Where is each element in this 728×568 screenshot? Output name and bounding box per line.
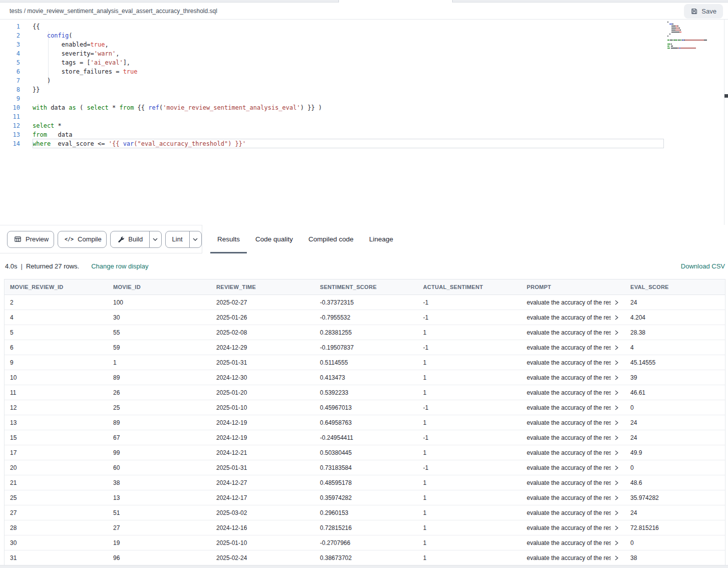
table-cell: 35.974282 [625,494,725,501]
table-cell: 2024-12-27 [211,479,314,486]
line-number: 7 [0,76,20,85]
table-cell: 0.413473 [314,374,418,381]
column-header: PROMPT [521,284,625,290]
line-number: 2 [0,31,20,40]
code-line[interactable]: 7 ) [0,76,728,85]
code-line[interactable]: 2 config( [0,31,728,40]
code-line[interactable]: 8}} [0,85,728,94]
code-line[interactable]: 4 severity='warn', [0,49,728,58]
expand-cell-chevron-icon[interactable] [614,330,619,335]
code-line[interactable]: 11 [0,112,728,121]
toolbar-buttons: Preview </> Compile Build [0,225,202,253]
change-row-display-link[interactable]: Change row display [91,262,148,270]
compile-button[interactable]: </> Compile [58,231,107,248]
code-line[interactable]: 12select * [0,121,728,130]
line-number: 3 [0,40,20,49]
table-cell: 2024-12-19 [211,434,314,441]
expand-cell-chevron-icon[interactable] [614,495,619,500]
code-line[interactable]: 14where eval_score <= '{{ var("eval_accu… [0,139,728,148]
rows-returned: Returned 27 rows. [26,262,79,270]
expand-cell-chevron-icon[interactable] [614,345,619,350]
code-line[interactable]: 6 store_failures = true [0,67,728,76]
table-cell: 2024-12-29 [211,344,314,351]
tab-code-quality[interactable]: Code quality [255,225,293,253]
minimap-line [667,47,722,49]
table-cell: 9 [5,359,108,366]
table-cell: 1 [418,479,521,486]
table-row: 13892024-12-190.649587631evaluate the ac… [5,415,725,430]
code-line-text: enabled=true, [33,40,109,49]
table-cell: 96 [108,554,211,561]
expand-cell-chevron-icon[interactable] [614,300,619,305]
code-line[interactable]: 9 [0,94,728,103]
tab-lineage[interactable]: Lineage [369,225,393,253]
code-line[interactable]: 13from data [0,130,728,139]
breadcrumb[interactable]: tests / movie_review_sentiment_analysis_… [10,3,217,20]
lint-button: Lint [165,231,202,248]
code-editor[interactable]: 1{{2 config(3 enabled=true,4 severity='w… [0,20,728,225]
line-number: 13 [0,130,20,139]
table-cell: 28.38 [625,329,725,336]
code-line[interactable]: 5 tags = ['ai_eval'], [0,58,728,67]
table-cell: evaluate the accuracy of the res... [521,329,625,336]
expand-cell-chevron-icon[interactable] [614,405,619,410]
save-button[interactable]: Save [684,4,723,19]
expand-cell-chevron-icon[interactable] [614,510,619,515]
table-cell: -1 [418,434,521,441]
compile-button-main[interactable]: </> Compile [58,231,107,247]
expand-cell-chevron-icon[interactable] [614,375,619,380]
table-cell: evaluate the accuracy of the res... [521,299,625,306]
preview-button-main[interactable]: Preview [8,231,54,247]
lint-dropdown-toggle[interactable] [189,231,201,247]
table-row: 25132024-12-170.359742821evaluate the ac… [5,490,725,505]
expand-cell-chevron-icon[interactable] [614,555,619,560]
table-cell: 99 [108,449,211,456]
table-cell: 89 [108,419,211,426]
expand-cell-chevron-icon[interactable] [614,480,619,485]
results-status-bar: 4.0s | Returned 27 rows. Change row disp… [0,253,728,279]
preview-button[interactable]: Preview [7,231,54,248]
build-dropdown-toggle[interactable] [149,231,161,247]
table-cell: evaluate the accuracy of the res... [521,494,625,501]
table-cell: 2025-02-08 [211,329,314,336]
download-csv-link[interactable]: Download CSV [681,262,725,270]
table-cell: 45.14555 [625,359,725,366]
tab-results[interactable]: Results [217,225,240,253]
table-cell: 0.48595178 [314,479,418,486]
table-cell: 2025-01-20 [211,389,314,396]
expand-cell-chevron-icon[interactable] [614,315,619,320]
expand-cell-chevron-icon[interactable] [614,435,619,440]
expand-cell-chevron-icon[interactable] [614,450,619,455]
editor-minimap[interactable] [667,21,722,49]
editor-scrollbar-thumb[interactable] [724,94,728,98]
expand-cell-chevron-icon[interactable] [614,420,619,425]
expand-cell-chevron-icon[interactable] [614,525,619,530]
table-cell: 0.45967013 [314,404,418,411]
table-row: 5552025-02-080.283812551evaluate the acc… [5,325,725,340]
lint-button-main[interactable]: Lint [166,231,189,247]
table-cell: 5 [5,329,108,336]
tab-compiled-code[interactable]: Compiled code [308,225,353,253]
expand-cell-chevron-icon[interactable] [614,540,619,545]
expand-cell-chevron-icon[interactable] [614,360,619,365]
build-button-main[interactable]: Build [111,231,149,247]
code-line[interactable]: 3 enabled=true, [0,40,728,49]
table-cell: 0.28381255 [314,329,418,336]
code-line-text: severity='warn', [33,49,119,58]
table-cell: 38 [108,479,211,486]
expand-cell-chevron-icon[interactable] [614,390,619,395]
expand-cell-chevron-icon[interactable] [614,465,619,470]
horizontal-scrollbar-track [0,565,728,568]
prompt-cell-text: evaluate the accuracy of the res... [527,404,611,411]
code-line[interactable]: 10with data as ( select * from {{ ref('m… [0,103,728,112]
code-line-text: ) [33,76,51,85]
line-number: 4 [0,49,20,58]
table-cell: 49.9 [625,449,725,456]
table-cell: 12 [5,404,108,411]
code-line[interactable]: 1{{ [0,22,728,31]
wrench-icon [117,236,124,243]
tab-label: Code quality [255,235,293,243]
code-line-text: from data [33,130,72,139]
code-line-text: tags = ['ai_eval'], [33,58,130,67]
table-cell: 2024-12-21 [211,449,314,456]
